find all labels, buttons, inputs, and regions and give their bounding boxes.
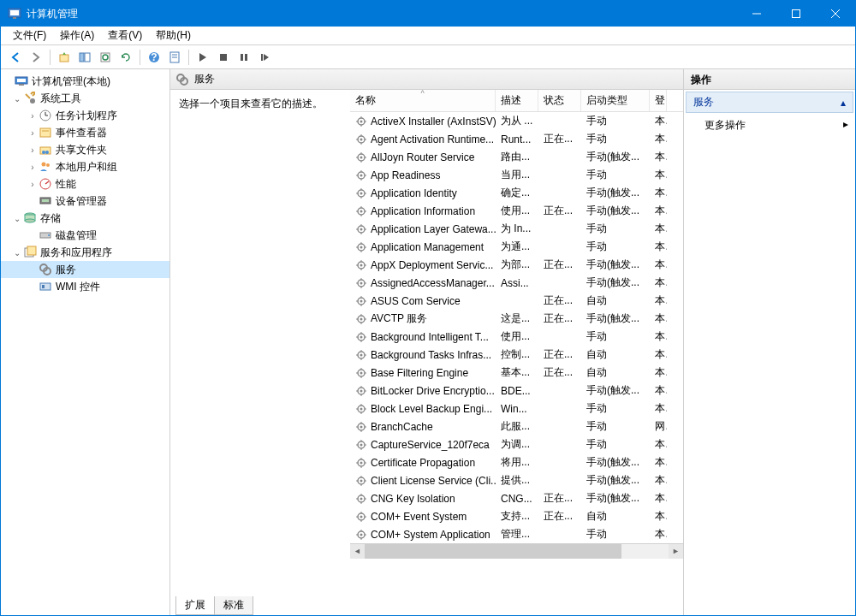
services-list[interactable]: 名称 描述 状态 启动类型 登 ActiveX Installer (AxIns… [350,90,683,596]
tree-perf[interactable]: › 性能 [1,175,169,192]
tree-root[interactable]: 计算机管理(本地) [1,73,169,90]
expand-icon[interactable]: › [27,163,39,172]
service-row[interactable]: AllJoyn Router Service路由...手动(触发...本 [350,148,683,166]
titlebar: 计算机管理 [1,1,855,27]
tree-label: 计算机管理(本地) [32,74,110,89]
actions-more[interactable]: 更多操作 ▸ [684,115,855,136]
service-row[interactable]: Background Tasks Infras...控制...正在...自动本 [350,346,683,364]
help-button[interactable]: ? [145,48,163,67]
service-row[interactable]: CaptureService_120f7eca为调...手动本 [350,435,683,453]
tree-users[interactable]: › 本地用户和组 [1,158,169,175]
service-row[interactable]: Certificate Propagation将用...手动(触发...本 [350,453,683,471]
tree-scheduler[interactable]: › 任务计划程序 [1,107,169,124]
service-row[interactable]: ASUS Com Service正在...自动本 [350,292,683,310]
service-row[interactable]: CNG Key IsolationCNG...正在...手动(触发...本 [350,489,683,507]
collapse-icon[interactable]: ⌄ [11,214,23,223]
service-row[interactable]: Base Filtering Engine基本...正在...自动本 [350,364,683,382]
scroll-right-icon[interactable]: ► [669,544,683,559]
tree-svcapps[interactable]: ⌄ 服务和应用程序 [1,244,169,261]
expand-icon[interactable]: › [27,145,39,155]
menu-file[interactable]: 文件(F) [6,27,53,44]
svg-point-161 [360,443,363,446]
storage-icon [23,211,37,225]
service-row[interactable]: COM+ Event System支持...正在...自动本 [350,507,683,525]
col-startup[interactable]: 启动类型 [581,90,650,111]
service-row[interactable]: App Readiness当用...手动本 [350,166,683,184]
scroll-thumb[interactable] [365,544,621,559]
back-button[interactable] [6,48,25,67]
menu-help[interactable]: 帮助(H) [149,27,198,44]
col-logon[interactable]: 登 [650,90,667,111]
up-button[interactable] [55,48,74,67]
service-startup: 手动 [581,132,650,146]
svg-rect-8 [80,53,84,62]
col-name[interactable]: 名称 [350,90,496,111]
collapse-icon[interactable]: ⌄ [11,94,23,104]
collapse-icon[interactable]: ▴ [841,97,846,109]
expand-icon[interactable]: › [27,128,39,138]
svg-point-65 [360,156,363,158]
gear-icon [355,169,367,181]
expand-icon[interactable]: › [27,111,39,121]
service-logon: 网 [650,419,667,434]
tree-shared[interactable]: › 共享文件夹 [1,141,169,158]
tree-diskmgmt[interactable]: 磁盘管理 [1,227,169,244]
scroll-left-icon[interactable]: ◄ [350,544,365,559]
export-button[interactable] [96,48,115,67]
service-row[interactable]: Application Identity确定...手动(触发...本 [350,184,683,202]
minimize-button[interactable] [737,1,776,27]
service-row[interactable]: BranchCache此服...手动网 [350,418,683,435]
service-row[interactable]: Agent Activation Runtime...Runt...正在...手… [350,130,683,148]
gear-icon [355,511,367,523]
tab-standard[interactable]: 标准 [214,596,253,615]
tree-services[interactable]: 服务 [1,261,169,278]
service-row[interactable]: AssignedAccessManager...Assi...手动(触发...本 [350,274,683,292]
maximize-button[interactable] [776,1,816,27]
forward-button[interactable] [27,48,45,67]
col-status[interactable]: 状态 [538,90,581,111]
refresh-button[interactable] [116,48,135,67]
tab-extended[interactable]: 扩展 [175,596,215,615]
start-service-button[interactable] [193,48,212,67]
collapse-icon[interactable]: ⌄ [11,248,23,258]
svg-rect-49 [42,285,45,288]
tree-panel[interactable]: 计算机管理(本地) ⌄ 系统工具 › 任务计划程序 › 事件查看器 › 共享文件… [1,69,170,615]
service-row[interactable]: Background Intelligent T...使用...手动本 [350,328,683,346]
actions-section[interactable]: 服务 ▴ [686,92,853,113]
tree-label: 共享文件夹 [56,143,107,157]
service-name: AssignedAccessManager... [371,277,495,289]
service-row[interactable]: COM+ System Application管理...手动本 [350,525,683,543]
service-startup: 手动 [581,329,650,344]
gear-icon [355,385,367,397]
show-hide-tree-button[interactable] [75,48,94,67]
service-startup: 手动(触发... [581,473,650,488]
stop-service-button[interactable] [214,48,233,67]
computer-icon [15,74,28,88]
service-row[interactable]: Block Level Backup Engi...Win...手动本 [350,400,683,418]
service-row[interactable]: Application Layer Gatewa...为 In...手动本 [350,220,683,238]
tree-systools[interactable]: ⌄ 系统工具 [1,90,169,107]
horizontal-scrollbar[interactable]: ◄ ► [350,543,683,558]
tree-wmi[interactable]: WMI 控件 [1,278,169,295]
tree-devmgr[interactable]: 设备管理器 [1,192,169,210]
service-row[interactable]: Client License Service (Cli...提供...手动(触发… [350,471,683,489]
col-desc[interactable]: 描述 [496,90,538,111]
tree-eventviewer[interactable]: › 事件查看器 [1,124,169,141]
close-button[interactable] [816,1,855,27]
service-row[interactable]: Application Management为通...手动本 [350,238,683,256]
service-row[interactable]: AppX Deployment Servic...为部...正在...手动(触发… [350,256,683,274]
svg-point-24 [30,98,35,104]
menu-action[interactable]: 操作(A) [53,27,101,44]
service-row[interactable]: Application Information使用...正在...手动(触发..… [350,202,683,220]
restart-service-button[interactable] [255,48,274,67]
service-row[interactable]: AVCTP 服务这是...正在...手动(触发...本 [350,310,683,328]
pause-service-button[interactable] [235,48,253,67]
properties-button[interactable] [165,48,184,67]
service-row[interactable]: ActiveX Installer (AxInstSV)为从 ...手动本 [350,112,683,130]
tree-storage[interactable]: ⌄ 存储 [1,210,169,227]
menu-view[interactable]: 查看(V) [101,27,149,44]
tree-label: 本地用户和组 [56,160,117,175]
service-status: 正在... [538,491,581,506]
expand-icon[interactable]: › [27,180,39,189]
service-row[interactable]: BitLocker Drive Encryptio...BDE...手动(触发.… [350,382,683,400]
